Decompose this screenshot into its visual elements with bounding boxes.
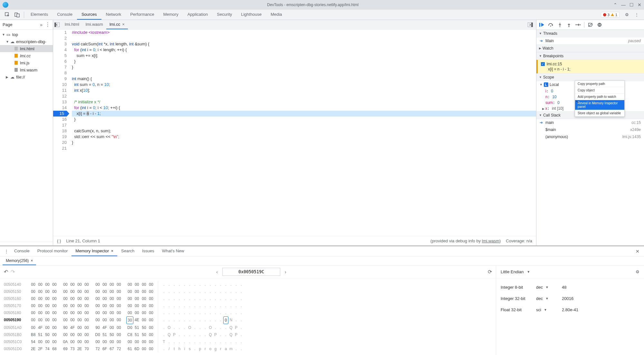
ascii-char[interactable]: . <box>203 309 208 316</box>
hex-byte[interactable]: 00 <box>140 309 148 316</box>
tree-domain[interactable]: ▼ ☁ emscripten-dbg- <box>0 38 53 45</box>
ascii-char[interactable]: . <box>192 338 197 345</box>
ascii-char[interactable]: . <box>218 295 223 302</box>
hex-byte[interactable]: 00 <box>148 338 155 345</box>
hex-byte[interactable]: 00 <box>44 309 51 316</box>
ascii-char[interactable]: . <box>187 288 192 295</box>
hex-byte[interactable]: 00 <box>44 316 51 324</box>
hex-byte[interactable]: 4F <box>37 324 44 331</box>
drawer-tab-memory-inspector[interactable]: Memory Inspector× <box>72 246 117 256</box>
ascii-char[interactable]: . <box>167 316 172 324</box>
ascii-char[interactable]: . <box>192 295 197 302</box>
ascii-char[interactable]: . <box>182 281 187 288</box>
ascii-char[interactable]: . <box>213 324 218 331</box>
ascii-char[interactable]: . <box>208 338 213 345</box>
hex-byte[interactable]: 00 <box>62 295 69 302</box>
hex-byte[interactable]: 00 <box>140 345 148 352</box>
ascii-char[interactable]: . <box>218 324 223 331</box>
hex-byte[interactable]: 72 <box>94 345 101 352</box>
ascii-char[interactable]: . <box>167 288 172 295</box>
deactivate-breakpoints-icon[interactable] <box>587 21 594 28</box>
hex-byte[interactable]: 00 <box>140 295 148 302</box>
ascii-char[interactable]: . <box>203 281 208 288</box>
hex-byte[interactable]: 00 <box>69 309 76 316</box>
ascii-char[interactable]: . <box>187 309 192 316</box>
step-icon[interactable] <box>574 21 582 28</box>
hex-byte[interactable]: 00 <box>30 281 37 288</box>
ascii-char[interactable]: . <box>182 309 187 316</box>
drawer-tab-console[interactable]: Console <box>10 246 34 256</box>
dropdown-icon[interactable]: ▼ <box>545 285 549 289</box>
hex-byte[interactable]: 00 <box>140 302 148 309</box>
hex-byte[interactable]: 00 <box>126 295 133 302</box>
ascii-char[interactable]: . <box>213 288 218 295</box>
ascii-char[interactable]: . <box>187 338 192 345</box>
ascii-char[interactable]: . <box>239 324 244 331</box>
hex-byte[interactable]: 4F <box>69 324 76 331</box>
ascii-char[interactable]: . <box>177 309 182 316</box>
ascii-char[interactable]: . <box>182 302 187 309</box>
ascii-char[interactable]: . <box>203 324 208 331</box>
ascii-char[interactable]: . <box>161 281 167 288</box>
ascii-char[interactable]: . <box>161 302 167 309</box>
ascii-char[interactable]: s <box>187 345 192 352</box>
ascii-char[interactable]: . <box>161 309 167 316</box>
hex-byte[interactable]: 00 <box>148 345 155 352</box>
ascii-char[interactable]: . <box>161 324 167 331</box>
ascii-char[interactable]: . <box>234 288 239 295</box>
hex-byte[interactable]: 2E <box>30 345 37 352</box>
ascii-char[interactable]: . <box>208 309 213 316</box>
context-copy-object[interactable]: Copy object <box>575 87 624 94</box>
wasm-link[interactable]: lmi.wasm <box>482 238 499 243</box>
hex-byte[interactable]: 00 <box>37 338 44 345</box>
section-breakpoints[interactable]: ▼Breakpoints <box>536 52 644 60</box>
hex-byte[interactable]: 00 <box>101 281 108 288</box>
ascii-char[interactable]: . <box>192 324 197 331</box>
pause-on-exceptions-icon[interactable] <box>596 21 603 28</box>
ascii-char[interactable]: . <box>228 309 234 316</box>
history-back-icon[interactable]: ↶ <box>4 269 8 275</box>
ascii-char[interactable]: p <box>197 345 203 352</box>
ascii-char[interactable]: . <box>177 338 182 345</box>
ascii-char[interactable]: . <box>218 288 223 295</box>
hex-byte[interactable]: 00 <box>101 288 108 295</box>
hex-byte[interactable]: 00 <box>148 281 155 288</box>
ascii-char[interactable]: . <box>223 338 228 345</box>
hex-byte[interactable]: 74 <box>44 345 51 352</box>
value-repr-select[interactable]: dec▼ <box>536 296 562 301</box>
ascii-char[interactable]: . <box>177 331 182 338</box>
ascii-char[interactable]: . <box>239 295 244 302</box>
ascii-char[interactable]: . <box>223 324 228 331</box>
ascii-char[interactable]: . <box>234 281 239 288</box>
hex-byte[interactable]: 0A <box>62 338 69 345</box>
hex-byte[interactable]: 00 <box>62 331 69 338</box>
drawer-tab-whatsnew[interactable]: What's New <box>158 246 188 256</box>
ascii-char[interactable]: . <box>172 281 177 288</box>
hex-byte[interactable]: 00 <box>51 302 58 309</box>
editor-tab-html[interactable]: lmi.html <box>62 20 82 29</box>
hex-byte[interactable]: 00 <box>115 331 122 338</box>
drawer-tab-search[interactable]: Search <box>117 246 138 256</box>
callstack-frame-anon[interactable]: ➔ (anonymous) lmi.js:1435 <box>536 133 644 140</box>
tree-file-cc[interactable]: lmi.cc <box>0 52 53 59</box>
ascii-char[interactable]: . <box>172 295 177 302</box>
hex-byte[interactable]: 00 <box>133 281 140 288</box>
hex-byte[interactable]: 00 <box>76 281 83 288</box>
context-add-watch[interactable]: Add property path to watch <box>575 94 624 100</box>
ascii-char[interactable]: . <box>223 288 228 295</box>
dropdown-icon[interactable]: ▼ <box>527 270 530 274</box>
hex-byte[interactable]: 00 <box>69 338 76 345</box>
section-watch[interactable]: ▶Watch <box>536 44 644 52</box>
code-editor[interactable]: 12345 678910 11121314 15 161718192021 #i… <box>53 30 536 236</box>
hex-byte[interactable]: 51 <box>133 324 140 331</box>
breakpoint-marker[interactable]: 15 <box>53 111 67 117</box>
ascii-char[interactable]: o <box>208 345 213 352</box>
tab-performance[interactable]: Performance <box>126 10 159 20</box>
ascii-char[interactable]: . <box>182 316 187 324</box>
ascii-char[interactable]: . <box>167 302 172 309</box>
ascii-char[interactable]: . <box>177 295 182 302</box>
hex-byte[interactable]: 51 <box>101 331 108 338</box>
hex-byte[interactable]: 00 <box>83 309 90 316</box>
ascii-char[interactable]: . <box>213 281 218 288</box>
ascii-char[interactable]: . <box>228 302 234 309</box>
